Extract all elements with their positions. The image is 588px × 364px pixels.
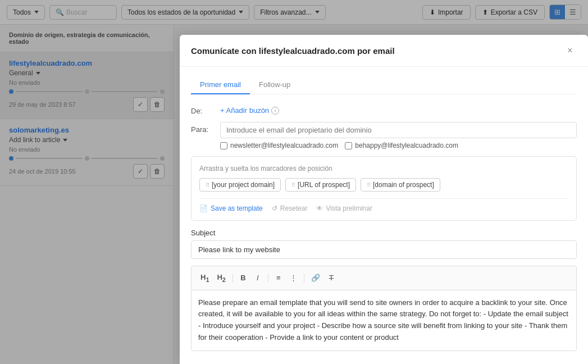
from-row: De: + Añadir buzón i [191,103,577,115]
drag-label: Arrastra y suelta los marcadores de posi… [199,165,568,172]
email-checkbox-2[interactable]: behappy@lifestylealcuadrado.com [345,142,458,149]
vista-preliminar-button[interactable]: 👁 Vista preliminar [316,204,372,212]
drag-tag-project-domain[interactable]: ⠿ [your project domain] [199,178,281,192]
template-icon: 📄 [199,204,208,212]
tab-primer-email[interactable]: Primer email [191,76,250,94]
drag-handle-icon: ⠿ [367,182,371,188]
heading1-button[interactable]: H1 [197,271,212,285]
modal-dialog: Comunícate con lifestylealcuadrado.com p… [180,35,588,364]
toolbar-separator [268,274,268,283]
heading2-button[interactable]: H2 [213,271,229,285]
close-icon[interactable]: × [563,44,577,57]
checkbox-newsletter[interactable] [220,142,227,149]
tab-follow-up[interactable]: Follow-up [250,76,299,94]
bold-button[interactable]: B [236,271,250,284]
from-label: De: [191,103,213,115]
email-checkbox-1[interactable]: newsletter@lifestylealcuadrado.com [220,142,338,149]
drag-actions: 📄 Save as template ↺ Resetear 👁 Vista pr… [199,204,568,212]
italic-button[interactable]: I [251,271,265,284]
modal-body: Primer email Follow-up De: + Añadir buzó… [180,67,588,364]
toolbar-separator [233,274,233,283]
drag-handle-icon: ⠿ [206,182,209,188]
subject-label: Subject [191,229,577,237]
info-icon[interactable]: i [271,107,279,115]
modal-title: Comunícate con lifestylealcuadrado.com p… [191,46,395,56]
resetear-button[interactable]: ↺ Resetear [272,204,308,212]
drag-tags: ⠿ [your project domain] ⠿ [URL of prospe… [199,178,568,192]
editor-toolbar: H1 H2 B I ≡ ⋮ 🔗 T̶ [191,266,577,290]
save-as-template-button[interactable]: 📄 Save as template [199,204,263,212]
email-checkboxes: newsletter@lifestylealcuadrado.com behap… [220,142,577,149]
clear-format-button[interactable]: T̶ [325,271,338,284]
to-label: Para: [191,122,213,134]
to-email-input[interactable] [220,122,577,138]
drag-tag-url-prospect[interactable]: ⠿ [URL of prospect] [285,178,356,192]
toolbar-separator [304,274,304,283]
ordered-list-button[interactable]: ⋮ [286,271,300,284]
unordered-list-button[interactable]: ≡ [272,271,285,284]
drag-tag-domain-prospect[interactable]: ⠿ [domain of prospect] [361,178,440,192]
reset-icon: ↺ [272,204,277,212]
drag-area: Arrastra y suelta los marcadores de posi… [191,156,577,221]
subject-input[interactable] [191,240,577,259]
link-button[interactable]: 🔗 [308,271,323,284]
checkbox-behappy[interactable] [345,142,352,149]
to-content: newsletter@lifestylealcuadrado.com behap… [220,122,577,149]
email-tabs: Primer email Follow-up [191,76,577,94]
add-mailbox-button[interactable]: + Añadir buzón i [220,103,577,115]
editor-body[interactable]: Please prepare an email template that yo… [191,290,577,351]
from-content: + Añadir buzón i [220,103,577,115]
drag-handle-icon: ⠿ [291,182,295,188]
preview-icon: 👁 [316,204,323,212]
to-row: Para: newsletter@lifestylealcuadrado.com… [191,122,577,149]
modal-header: Comunícate con lifestylealcuadrado.com p… [180,35,588,67]
divider [199,198,568,199]
